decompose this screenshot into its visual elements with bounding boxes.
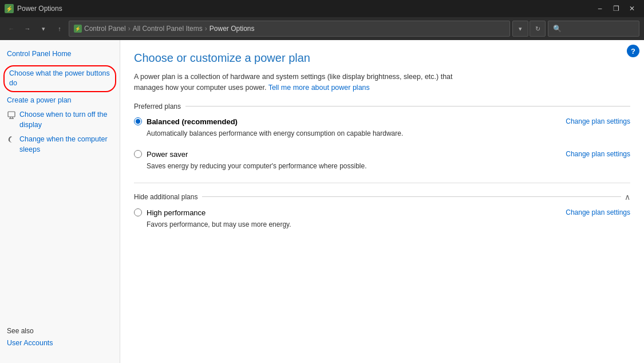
title-bar: ⚡ Power Options – ❐ ✕: [0, 0, 644, 17]
collapse-icon[interactable]: ∧: [625, 192, 630, 202]
computer-sleeps-label: Change when the computer sleeps: [19, 135, 113, 155]
window-controls: – ❐ ✕: [592, 2, 639, 15]
main-layout: Control Panel Home Choose what the power…: [0, 40, 644, 363]
sidebar-item-computer-sleeps[interactable]: Change when the computer sleeps: [0, 132, 120, 157]
restore-button[interactable]: ❐: [609, 2, 623, 15]
plan-balanced-name: Balanced (recommended): [147, 117, 238, 126]
search-icon: 🔍: [553, 25, 562, 33]
sidebar-item-create-plan[interactable]: Create a power plan: [0, 93, 120, 108]
plan-high-perf-name-row: High performance: [134, 208, 206, 217]
change-high-perf-link[interactable]: Change plan settings: [566, 208, 630, 216]
power-buttons-label: Choose what the power buttons do: [9, 69, 110, 89]
plan-high-performance: High performance Change plan settings Fa…: [134, 208, 630, 230]
sidebar-item-power-buttons[interactable]: Choose what the power buttons do: [3, 65, 116, 92]
section-divider: [185, 106, 630, 106]
app-icon: ⚡: [5, 4, 14, 13]
sidebar: Control Panel Home Choose what the power…: [0, 40, 120, 363]
minimize-button[interactable]: –: [592, 2, 607, 15]
change-balanced-link[interactable]: Change plan settings: [566, 117, 630, 125]
plan-high-perf-row: High performance Change plan settings: [134, 208, 630, 217]
sep-2: ›: [205, 25, 207, 33]
address-field[interactable]: ⚡ Control Panel › All Control Panel Item…: [69, 21, 510, 37]
content-area: Choose or customize a power plan A power…: [120, 40, 644, 363]
plan-balanced: Balanced (recommended) Change plan setti…: [134, 117, 630, 139]
sidebar-item-home[interactable]: Control Panel Home: [0, 47, 120, 64]
radio-high-performance[interactable]: [134, 208, 142, 216]
plan-balanced-desc: Automatically balances performance with …: [147, 128, 630, 139]
svg-rect-0: [8, 112, 15, 117]
sidebar-bottom: See also User Accounts: [0, 320, 120, 357]
preferred-plans-header: Preferred plans: [134, 102, 630, 111]
back-button[interactable]: ←: [5, 22, 18, 35]
help-button[interactable]: ?: [627, 45, 639, 57]
radio-power-saver[interactable]: [134, 150, 142, 158]
plan-balanced-row: Balanced (recommended) Change plan setti…: [134, 117, 630, 126]
dropdown-button[interactable]: ▾: [512, 21, 528, 37]
hide-additional-header: Hide additional plans ∧: [134, 192, 630, 202]
change-power-saver-link[interactable]: Change plan settings: [566, 150, 630, 158]
learn-more-link[interactable]: Tell me more about power plans: [268, 84, 370, 92]
plan-power-saver-name: Power saver: [147, 150, 188, 159]
turn-off-display-label: Choose when to turn off the display: [19, 110, 113, 130]
plan-high-perf-desc: Favors performance, but may use more ene…: [147, 219, 630, 230]
search-box[interactable]: 🔍: [548, 21, 639, 37]
monitor-icon: [7, 111, 16, 120]
plan-power-saver-desc: Saves energy by reducing your computer's…: [147, 161, 630, 171]
crumb-2: All Control Panel Items: [133, 25, 203, 33]
section-divider-2: [202, 196, 621, 197]
crumb-1: ⚡ Control Panel: [74, 25, 126, 33]
window-title: Power Options: [17, 5, 592, 13]
preferred-plans-label: Preferred plans: [134, 102, 181, 111]
radio-balanced[interactable]: [134, 117, 142, 125]
page-title: Choose or customize a power plan: [134, 52, 630, 65]
refresh-button[interactable]: ↻: [530, 21, 546, 37]
address-actions: ▾ ↻: [512, 21, 546, 37]
plan-power-saver-row: Power saver Change plan settings: [134, 150, 630, 159]
plan-power-saver-name-row: Power saver: [134, 150, 188, 159]
recent-button[interactable]: ▾: [37, 22, 50, 35]
up-button[interactable]: ↑: [53, 22, 66, 35]
plan-balanced-name-row: Balanced (recommended): [134, 117, 238, 126]
address-bar: ← → ▾ ↑ ⚡ Control Panel › All Control Pa…: [0, 17, 644, 40]
plan-power-saver: Power saver Change plan settings Saves e…: [134, 150, 630, 171]
moon-icon: [7, 135, 16, 144]
sidebar-item-user-accounts[interactable]: User Accounts: [7, 337, 113, 350]
see-also-label: See also: [7, 327, 113, 335]
forward-button[interactable]: →: [21, 22, 34, 35]
close-button[interactable]: ✕: [625, 2, 639, 15]
sep-1: ›: [128, 25, 131, 33]
crumb-3: Power Options: [210, 25, 255, 33]
page-description: A power plan is a collection of hardware…: [134, 72, 477, 93]
sidebar-item-turn-off-display[interactable]: Choose when to turn off the display: [0, 108, 120, 132]
hide-additional-label: Hide additional plans: [134, 193, 197, 201]
section-separator: [134, 183, 630, 183]
plan-high-perf-name: High performance: [147, 208, 206, 217]
